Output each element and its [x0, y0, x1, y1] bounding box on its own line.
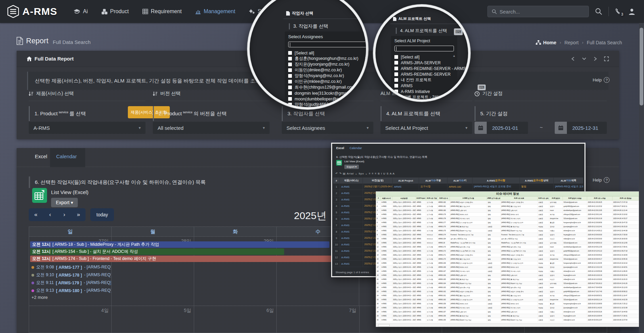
- tab-calendar[interactable]: Calendar: [56, 153, 77, 159]
- phone-notification-icon[interactable]: 3: [615, 8, 622, 15]
- next-button[interactable]: ›: [57, 208, 71, 221]
- calendar-cell[interactable]: 6일: [194, 306, 277, 333]
- calendar-event-dot[interactable]: 오전 9:10[ ARMS-178 ]- [ARMS-REQ] 엑스배너: [31, 272, 111, 278]
- next-year-button[interactable]: »: [71, 208, 86, 221]
- checkbox-option[interactable]: 이동민(dmlee@mz.co.kr): [288, 67, 368, 73]
- magnified-step-label: 4. ALM 프로젝트를 선택: [396, 28, 447, 34]
- checkbox-icon: [394, 72, 398, 76]
- expand-icon[interactable]: [604, 56, 609, 61]
- prev-year-button[interactable]: «: [29, 208, 43, 221]
- nav-item-management[interactable]: Management: [188, 0, 242, 23]
- spreadsheet-toolbar: ↶ ↷ ▤ Arial ⌄ 9px ⌄ ≡ ≡ ≡ B I U S A A: [336, 172, 395, 175]
- app-logo[interactable]: A-RMS: [0, 5, 67, 18]
- more-events-link[interactable]: +2 more: [31, 295, 48, 300]
- collapse-left-icon[interactable]: [571, 56, 575, 61]
- nav-item-ai[interactable]: Ai: [67, 0, 94, 23]
- calendar-cell[interactable]: 7일: [277, 306, 359, 333]
- page-scrollbar[interactable]: [639, 23, 644, 333]
- checkbox-option[interactable]: 내 칸반 프로젝트: [394, 77, 454, 83]
- option-label: A-RMS Initiative: [401, 89, 430, 94]
- step1-label: 1. Productservice를 선택: [29, 106, 86, 121]
- checkbox-option[interactable]: 홍성훈(hongseonghun@mz.co.kr): [288, 56, 368, 62]
- checkbox-option[interactable]: ARMS: [394, 83, 454, 89]
- keyboard-icon: ⌨: [454, 28, 463, 35]
- collapse-right-icon[interactable]: [593, 56, 597, 61]
- tab-excel[interactable]: Excel: [35, 153, 47, 159]
- checkbox-icon: [288, 103, 292, 106]
- checkbox-option[interactable]: 양형석(hsyang@mz.co.kr): [288, 73, 368, 79]
- user-icon[interactable]: [628, 8, 635, 15]
- date-label: 7일: [349, 308, 356, 314]
- dropdown-search-input[interactable]: [394, 46, 454, 51]
- search-icon: [492, 9, 497, 14]
- export-table-row: 30A-RMS2025년 2분기 (2025-04-01 ~ 2025-06-3…: [376, 318, 639, 322]
- nav-item-product[interactable]: Product: [95, 0, 136, 23]
- checkbox-option[interactable]: [Select all]: [288, 50, 368, 56]
- alm-project-select[interactable]: Select ALM Project▾: [381, 122, 472, 134]
- step4-label: 4. ALM 프로젝트를 선택: [381, 106, 440, 121]
- export-button[interactable]: Export ▾: [51, 198, 78, 207]
- calendar-event-bar[interactable]: 오전 12시[ ARMS-154 - Sub ] - 설치 문서 ADOC에 작…: [30, 248, 284, 255]
- prev-button[interactable]: ‹: [43, 208, 57, 221]
- help-button[interactable]: Help?: [593, 177, 610, 183]
- export-column-header: ALM 이슈 키: [438, 196, 450, 200]
- checkbox-option[interactable]: 장지윤(jiyoonjang@mz.co.kr): [288, 62, 368, 67]
- help-button[interactable]: Help?: [593, 77, 610, 83]
- date-from-field[interactable]: 2025-01-01: [475, 122, 528, 134]
- export-table-row: 9A-RMS2025년 2분기 (2025-04-01 ~ 2025-06-30…: [376, 233, 639, 237]
- excel-icon: [32, 188, 47, 207]
- question-icon: ?: [604, 77, 610, 83]
- checkbox-icon: [394, 67, 398, 70]
- checkbox-option[interactable]: A-RMS Initiative: [394, 89, 454, 94]
- checkbox-option[interactable]: 이민규(mklee@mz.co.kr): [288, 79, 368, 85]
- version-select[interactable]: All selected▾: [153, 122, 270, 134]
- search-submit-icon[interactable]: [595, 8, 602, 15]
- gears-icon: [249, 9, 255, 14]
- export-table-row: 7A-RMS2025년 1분기 (2025-01-01 ~ 2025-03-31…: [376, 225, 639, 229]
- nav-item-label: Management: [204, 8, 235, 15]
- event-dot-icon: [31, 289, 34, 292]
- table-column-header: A-RMS 요구사항: [473, 177, 520, 184]
- calendar-cell[interactable]: 5일: [112, 306, 194, 333]
- chevron-down-icon[interactable]: [582, 56, 586, 61]
- export-table-row: 16A-RMS2025년 1분기 (2025-01-01 ~ 2025-03-3…: [376, 261, 639, 265]
- scrollbar-thumb[interactable]: [640, 28, 643, 105]
- checkbox-option[interactable]: [Select all]: [394, 54, 454, 60]
- option-label: ARMS-JIRA-SERVER: [401, 61, 441, 65]
- option-label: [Select all]: [295, 51, 314, 55]
- export-column-header: 버전(일정): [392, 196, 416, 200]
- product-select[interactable]: A-RMS▾: [29, 122, 145, 134]
- checkbox-icon: [288, 91, 292, 95]
- calendar-event-bar[interactable]: 오전 12시[ ARMS-18 - Sub ] - MiddleProxy - …: [30, 241, 329, 248]
- event-dot-icon: [31, 282, 34, 284]
- table-grid-icon: [142, 9, 148, 14]
- calendar-event-dot[interactable]: 오전 9:13[ ARMS-180 ]- [ARMS-REQ] 상패 제: [31, 288, 111, 293]
- day-header: 월: [112, 227, 194, 236]
- nav-item-requirement[interactable]: Requirement: [136, 0, 189, 23]
- logo-icon: [7, 5, 19, 18]
- search-input[interactable]: [500, 9, 584, 15]
- breadcrumb-report[interactable]: Report: [565, 40, 579, 45]
- calendar-title: 2025년: [294, 209, 327, 223]
- caret-down-icon: ▾: [367, 125, 369, 130]
- calendar-event-bar[interactable]: 오전 12시[ ARMS-174 - Sub ] - Frontend - Te…: [30, 256, 331, 262]
- scroll-up-icon[interactable]: ▲: [453, 54, 456, 57]
- checkbox-option[interactable]: ARMS-REDMINE-SERVER - ARMS-RE: [394, 66, 454, 71]
- calendar-event-dot[interactable]: 오전 9:08[ ARMS-177 ]- [ARMS-REQ] 모니터링: [31, 264, 111, 270]
- breadcrumb-home[interactable]: Home: [536, 40, 556, 45]
- assignee-select[interactable]: Select Assignees▾: [282, 122, 373, 134]
- checkbox-icon: [288, 63, 292, 66]
- calendar-cell[interactable]: 4일: [29, 306, 112, 333]
- today-button[interactable]: today: [90, 208, 114, 221]
- date-to-field[interactable]: 2025-12-31: [555, 122, 607, 134]
- dropdown-search-input[interactable]: [288, 42, 368, 47]
- checkbox-option[interactable]: ARMS-JIRA-SERVER: [394, 60, 454, 66]
- step5-label: 5. 기간 설정: [475, 106, 508, 121]
- section-header-product: 제품(서비스) 선택: [29, 91, 74, 97]
- calendar-event-dot[interactable]: 오전 9:11[ ARMS-179 ]- [ARMS-REQ] 캐릭터: [31, 280, 111, 286]
- table-column-header: ALM 이슈 구분: [419, 177, 447, 184]
- alm-dropdown-panel: Select ALM Project [Select all]ARMS-JIRA…: [391, 36, 457, 102]
- export-table-row: 10A-RMS2025년 2분기 (2025-04-01 ~ 2025-06-3…: [376, 237, 639, 241]
- checkbox-icon: [288, 80, 292, 84]
- checkbox-option[interactable]: ARMS-REDMINE-SERVER: [394, 71, 454, 77]
